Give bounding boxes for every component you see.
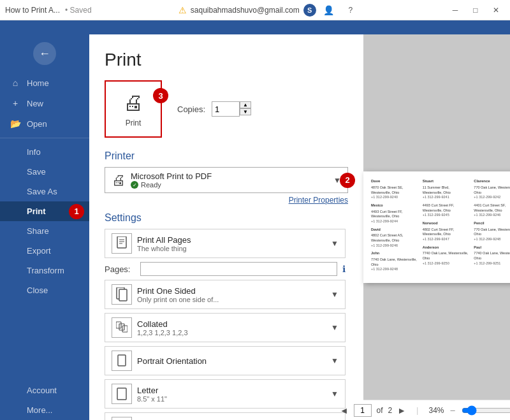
- preview-entry: Paul 7740 Oak Lane, Westersville, Ohio +…: [474, 245, 510, 266]
- page-of-label: of: [377, 406, 383, 415]
- help-button[interactable]: ?: [342, 3, 360, 17]
- sidebar-item-label: Save: [27, 167, 46, 177]
- zoom-slider[interactable]: [462, 405, 510, 416]
- setting-pages-range[interactable]: Print All Pages The whole thing ▼: [105, 229, 346, 258]
- sidebar-item-info[interactable]: Info: [0, 142, 89, 162]
- content-area: Print 🖨 Print 3 Copies: ▲ ▼: [89, 34, 510, 420]
- sides-main: Print One Sided: [137, 286, 326, 296]
- collate-arrow: ▼: [331, 323, 339, 332]
- sidebar-item-label: Open: [27, 119, 47, 129]
- copies-up-button[interactable]: ▲: [240, 101, 251, 108]
- margins-icon: [112, 417, 132, 420]
- sidebar-item-print[interactable]: Print 1: [0, 201, 89, 221]
- setting-collate[interactable]: Collated 1,2,3 1,2,3 1,2,3 ▼: [105, 313, 346, 342]
- preview-area: ▲ ▼ Dave 4870 Oak Street SE, Westersvill…: [363, 34, 510, 420]
- print-button-area: 🖨 Print 3 Copies: ▲ ▼: [105, 80, 348, 138]
- page-number-input[interactable]: [354, 404, 372, 417]
- titlebar-left: How to Print A... • Saved: [5, 6, 92, 15]
- copies-down-button[interactable]: ▼: [240, 108, 251, 115]
- sidebar-item-account[interactable]: Account: [0, 380, 89, 400]
- open-icon: 📂: [10, 119, 20, 129]
- sidebar: ← ⌂ Home + New 📂 Open Info Save Save As: [0, 34, 89, 420]
- minimize-button[interactable]: ─: [446, 3, 464, 17]
- preview-col-1: Dave 4870 Oak Street SE, Westersville, O…: [371, 179, 419, 275]
- printer-selector[interactable]: 🖨 Microsoft Print to PDF Ready ▼ 2: [105, 167, 348, 193]
- ribbon: [0, 20, 510, 34]
- collate-sub: 1,2,3 1,2,3 1,2,3: [137, 329, 326, 337]
- step-badge-1: 1: [69, 204, 84, 219]
- next-page-button[interactable]: ►: [397, 405, 406, 416]
- copies-label: Copies:: [177, 105, 205, 114]
- pages-range-text: Print All Pages The whole thing: [137, 235, 326, 252]
- pages-range-sub: The whole thing: [137, 245, 326, 252]
- back-button[interactable]: ←: [33, 42, 56, 65]
- sidebar-item-home[interactable]: ⌂ Home: [0, 73, 89, 93]
- pages-info-icon[interactable]: ℹ: [342, 264, 346, 274]
- print-btn-label: Print: [126, 119, 142, 127]
- printer-device-icon: 🖨: [112, 172, 126, 189]
- sidebar-item-saveas[interactable]: Save As: [0, 182, 89, 201]
- svg-rect-9: [118, 355, 126, 366]
- preview-content: Dave 4870 Oak Street SE, Westersville, O…: [371, 179, 510, 275]
- pages-range-icon: [112, 233, 132, 254]
- profile-button[interactable]: 👤: [320, 3, 338, 17]
- home-icon: ⌂: [10, 78, 20, 88]
- sidebar-item-save[interactable]: Save: [0, 162, 89, 182]
- sidebar-item-new[interactable]: + New: [0, 93, 89, 113]
- close-button[interactable]: ✕: [487, 3, 505, 17]
- sidebar-item-label: More...: [27, 405, 52, 415]
- setting-orientation[interactable]: Portrait Orientation ▼: [105, 346, 346, 375]
- paper-text: Letter 8.5" x 11": [137, 386, 326, 403]
- titlebar-controls: ─ □ ✕: [446, 3, 505, 17]
- preview-entry: Anderson 7740 Oak Lane, Westersville, Oh…: [423, 245, 470, 266]
- preview-col-3: Clarence 770 Oak Lane, Westersville, Ohi…: [474, 179, 510, 275]
- step-badge-2: 2: [340, 173, 355, 188]
- printer-status: Ready: [131, 181, 328, 189]
- paper-icon: [112, 384, 132, 404]
- sidebar-item-more[interactable]: More...: [0, 400, 89, 420]
- paper-arrow: ▼: [331, 389, 339, 398]
- print-panel: Print 🖨 Print 3 Copies: ▲ ▼: [89, 34, 363, 420]
- orientation-text: Portrait Orientation: [137, 356, 326, 366]
- setting-margins[interactable]: Custom Margins ▼: [105, 412, 346, 420]
- sides-icon: [112, 284, 132, 305]
- page-title: Print: [105, 50, 348, 70]
- titlebar-center: ⚠ saquibahmadshuvo@gmail.com S 👤 ?: [178, 3, 360, 17]
- sidebar-bottom: Account More...: [0, 380, 89, 420]
- preview-entry: Norwood 4802 Curt Street FF, Westersvill…: [423, 221, 470, 242]
- printer-properties-link[interactable]: Printer Properties: [105, 196, 348, 205]
- setting-sides[interactable]: Print One Sided Only print on one side o…: [105, 280, 346, 309]
- sidebar-item-open[interactable]: 📂 Open: [0, 113, 89, 134]
- setting-paper[interactable]: Letter 8.5" x 11" ▼: [105, 379, 346, 409]
- preview-entry: David 4802 Curt Street AS, Westersville,…: [371, 228, 419, 249]
- copies-spinner: ▲ ▼: [240, 101, 251, 117]
- pages-input[interactable]: [140, 262, 337, 276]
- sidebar-item-transform[interactable]: Transform: [0, 261, 89, 280]
- paper-sub: 8.5" x 11": [137, 395, 326, 403]
- copies-input[interactable]: [212, 101, 240, 117]
- page-total: 2: [388, 406, 393, 415]
- svg-rect-10: [117, 388, 126, 400]
- restore-button[interactable]: □: [467, 3, 484, 17]
- sidebar-item-label: Transform: [27, 266, 64, 275]
- preview-nav-bar: ◄ of 2 ► | 34% – + ⛶ ⤢: [363, 400, 510, 420]
- status-dot: [131, 181, 138, 189]
- svg-rect-0: [117, 236, 126, 248]
- printer-section-label: Printer: [105, 150, 348, 162]
- orientation-arrow: ▼: [331, 356, 339, 365]
- sidebar-item-export[interactable]: Export: [0, 241, 89, 261]
- avatar[interactable]: S: [303, 4, 316, 17]
- new-icon: +: [10, 98, 20, 108]
- prev-page-button[interactable]: ◄: [340, 405, 349, 416]
- printer-icon: 🖨: [123, 91, 143, 115]
- sidebar-item-label: Share: [27, 226, 49, 236]
- sidebar-item-share[interactable]: Share: [0, 221, 89, 241]
- email-label: saquibahmadshuvo@gmail.com: [191, 6, 300, 15]
- sidebar-item-close[interactable]: Close: [0, 280, 89, 300]
- zoom-minus-icon: –: [451, 405, 455, 415]
- main-area: ← ⌂ Home + New 📂 Open Info Save Save As: [0, 34, 510, 420]
- print-button[interactable]: 🖨 Print 3: [105, 80, 162, 138]
- pages-label: Pages:: [105, 264, 135, 274]
- svg-rect-6: [116, 322, 121, 328]
- warning-icon: ⚠: [178, 5, 187, 15]
